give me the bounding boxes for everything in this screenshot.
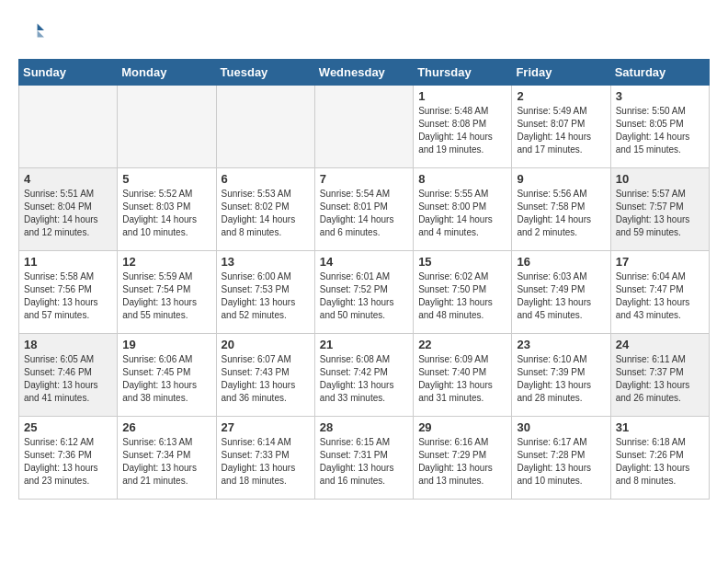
day-number: 11	[24, 255, 112, 269]
calendar-week-4: 18Sunrise: 6:05 AMSunset: 7:46 PMDayligh…	[19, 334, 710, 417]
calendar-cell: 28Sunrise: 6:15 AMSunset: 7:31 PMDayligh…	[314, 417, 413, 500]
day-info: Sunrise: 5:48 AMSunset: 8:08 PMDaylight:…	[418, 105, 506, 156]
day-number: 4	[24, 172, 112, 186]
day-number: 16	[517, 255, 605, 269]
calendar-week-3: 11Sunrise: 5:58 AMSunset: 7:56 PMDayligh…	[19, 251, 710, 334]
logo	[18, 18, 48, 44]
day-number: 5	[122, 172, 210, 186]
day-info: Sunrise: 6:14 AMSunset: 7:33 PMDaylight:…	[222, 436, 310, 488]
calendar-cell: 1Sunrise: 5:48 AMSunset: 8:08 PMDaylight…	[414, 86, 512, 168]
calendar-cell: 21Sunrise: 6:08 AMSunset: 7:42 PMDayligh…	[314, 334, 413, 417]
calendar-cell: 5Sunrise: 5:52 AMSunset: 8:03 PMDaylight…	[118, 168, 216, 251]
day-number: 3	[616, 89, 704, 103]
calendar-cell: 22Sunrise: 6:09 AMSunset: 7:40 PMDayligh…	[414, 334, 512, 417]
calendar-cell: 10Sunrise: 5:57 AMSunset: 7:57 PMDayligh…	[610, 168, 709, 251]
day-number: 12	[122, 255, 210, 269]
day-number: 19	[122, 338, 210, 351]
calendar-cell: 27Sunrise: 6:14 AMSunset: 7:33 PMDayligh…	[216, 417, 314, 500]
calendar-cell: 15Sunrise: 6:02 AMSunset: 7:50 PMDayligh…	[414, 251, 512, 334]
day-number: 21	[320, 338, 408, 351]
day-number: 24	[616, 338, 704, 351]
day-info: Sunrise: 5:50 AMSunset: 8:05 PMDaylight:…	[616, 105, 704, 156]
day-number: 22	[418, 338, 506, 351]
day-number: 31	[616, 420, 704, 434]
calendar-cell: 14Sunrise: 6:01 AMSunset: 7:52 PMDayligh…	[314, 251, 413, 334]
calendar-cell: 20Sunrise: 6:07 AMSunset: 7:43 PMDayligh…	[216, 334, 314, 417]
day-number: 14	[320, 255, 408, 269]
calendar-cell: 30Sunrise: 6:17 AMSunset: 7:28 PMDayligh…	[512, 417, 610, 500]
calendar-table: SundayMondayTuesdayWednesdayThursdayFrid…	[18, 59, 710, 500]
svg-rect-0	[18, 18, 44, 44]
calendar-cell: 17Sunrise: 6:04 AMSunset: 7:47 PMDayligh…	[610, 251, 709, 334]
calendar-cell	[314, 86, 413, 168]
day-info: Sunrise: 6:12 AMSunset: 7:36 PMDaylight:…	[24, 436, 112, 488]
calendar-cell: 25Sunrise: 6:12 AMSunset: 7:36 PMDayligh…	[19, 417, 118, 500]
calendar-cell: 24Sunrise: 6:11 AMSunset: 7:37 PMDayligh…	[610, 334, 709, 417]
calendar-cell: 31Sunrise: 6:18 AMSunset: 7:26 PMDayligh…	[610, 417, 709, 500]
logo-icon	[18, 18, 44, 44]
day-number: 9	[517, 172, 605, 186]
day-info: Sunrise: 6:18 AMSunset: 7:26 PMDaylight:…	[616, 436, 704, 488]
day-info: Sunrise: 6:02 AMSunset: 7:50 PMDaylight:…	[418, 270, 506, 322]
day-info: Sunrise: 6:03 AMSunset: 7:49 PMDaylight:…	[517, 270, 605, 322]
day-info: Sunrise: 5:52 AMSunset: 8:03 PMDaylight:…	[122, 188, 210, 239]
day-info: Sunrise: 6:00 AMSunset: 7:53 PMDaylight:…	[222, 270, 310, 322]
day-number: 30	[517, 420, 605, 434]
calendar-cell: 26Sunrise: 6:13 AMSunset: 7:34 PMDayligh…	[118, 417, 216, 500]
calendar-cell: 23Sunrise: 6:10 AMSunset: 7:39 PMDayligh…	[512, 334, 610, 417]
day-number: 6	[222, 172, 310, 186]
day-info: Sunrise: 5:57 AMSunset: 7:57 PMDaylight:…	[616, 188, 704, 239]
day-info: Sunrise: 5:58 AMSunset: 7:56 PMDaylight:…	[24, 270, 112, 322]
page-header	[18, 18, 710, 44]
col-header-sunday: Sunday	[19, 60, 118, 86]
calendar-cell: 8Sunrise: 5:55 AMSunset: 8:00 PMDaylight…	[414, 168, 512, 251]
day-number: 25	[24, 420, 112, 434]
calendar-cell: 2Sunrise: 5:49 AMSunset: 8:07 PMDaylight…	[512, 86, 610, 168]
day-info: Sunrise: 5:49 AMSunset: 8:07 PMDaylight:…	[517, 105, 605, 156]
day-number: 17	[616, 255, 704, 269]
day-number: 29	[418, 420, 506, 434]
day-number: 26	[122, 420, 210, 434]
calendar-cell: 6Sunrise: 5:53 AMSunset: 8:02 PMDaylight…	[216, 168, 314, 251]
day-number: 15	[418, 255, 506, 269]
calendar-cell: 4Sunrise: 5:51 AMSunset: 8:04 PMDaylight…	[19, 168, 118, 251]
calendar-cell: 18Sunrise: 6:05 AMSunset: 7:46 PMDayligh…	[19, 334, 118, 417]
day-number: 8	[418, 172, 506, 186]
day-info: Sunrise: 6:09 AMSunset: 7:40 PMDaylight:…	[418, 353, 506, 405]
day-info: Sunrise: 5:51 AMSunset: 8:04 PMDaylight:…	[24, 188, 112, 239]
day-info: Sunrise: 6:04 AMSunset: 7:47 PMDaylight:…	[616, 270, 704, 322]
day-info: Sunrise: 6:11 AMSunset: 7:37 PMDaylight:…	[616, 353, 704, 405]
day-info: Sunrise: 6:01 AMSunset: 7:52 PMDaylight:…	[320, 270, 408, 322]
calendar-week-1: 1Sunrise: 5:48 AMSunset: 8:08 PMDaylight…	[19, 86, 710, 168]
day-number: 28	[320, 420, 408, 434]
day-number: 23	[517, 338, 605, 351]
day-info: Sunrise: 6:15 AMSunset: 7:31 PMDaylight:…	[320, 436, 408, 488]
calendar-cell: 19Sunrise: 6:06 AMSunset: 7:45 PMDayligh…	[118, 334, 216, 417]
col-header-wednesday: Wednesday	[314, 60, 413, 86]
day-number: 10	[616, 172, 704, 186]
calendar-cell: 9Sunrise: 5:56 AMSunset: 7:58 PMDaylight…	[512, 168, 610, 251]
calendar-cell: 13Sunrise: 6:00 AMSunset: 7:53 PMDayligh…	[216, 251, 314, 334]
header-row: SundayMondayTuesdayWednesdayThursdayFrid…	[19, 60, 710, 86]
day-info: Sunrise: 6:05 AMSunset: 7:46 PMDaylight:…	[24, 353, 112, 405]
calendar-cell: 7Sunrise: 5:54 AMSunset: 8:01 PMDaylight…	[314, 168, 413, 251]
calendar-cell: 11Sunrise: 5:58 AMSunset: 7:56 PMDayligh…	[19, 251, 118, 334]
col-header-monday: Monday	[118, 60, 216, 86]
day-number: 7	[320, 172, 408, 186]
day-info: Sunrise: 6:17 AMSunset: 7:28 PMDaylight:…	[517, 436, 605, 488]
calendar-cell: 29Sunrise: 6:16 AMSunset: 7:29 PMDayligh…	[414, 417, 512, 500]
day-info: Sunrise: 6:08 AMSunset: 7:42 PMDaylight:…	[320, 353, 408, 405]
day-info: Sunrise: 6:07 AMSunset: 7:43 PMDaylight:…	[222, 353, 310, 405]
calendar-cell	[19, 86, 118, 168]
day-info: Sunrise: 5:55 AMSunset: 8:00 PMDaylight:…	[418, 188, 506, 239]
day-number: 18	[24, 338, 112, 351]
day-info: Sunrise: 5:54 AMSunset: 8:01 PMDaylight:…	[320, 188, 408, 239]
col-header-tuesday: Tuesday	[216, 60, 314, 86]
col-header-thursday: Thursday	[414, 60, 512, 86]
calendar-cell: 12Sunrise: 5:59 AMSunset: 7:54 PMDayligh…	[118, 251, 216, 334]
day-info: Sunrise: 6:06 AMSunset: 7:45 PMDaylight:…	[122, 353, 210, 405]
day-number: 2	[517, 89, 605, 103]
calendar-week-5: 25Sunrise: 6:12 AMSunset: 7:36 PMDayligh…	[19, 417, 710, 500]
day-info: Sunrise: 6:16 AMSunset: 7:29 PMDaylight:…	[418, 436, 506, 488]
day-info: Sunrise: 5:53 AMSunset: 8:02 PMDaylight:…	[222, 188, 310, 239]
